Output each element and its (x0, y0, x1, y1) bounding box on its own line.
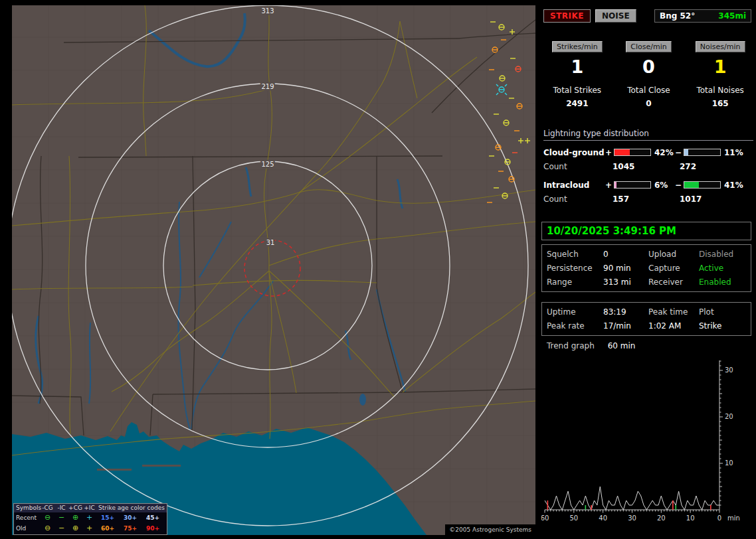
svg-text:10: 10 (725, 459, 733, 467)
range-value: 313 mi (603, 277, 648, 287)
control-panel: STRIKE NOISE Bng 52° 345mi Strikes/min 1… (541, 0, 756, 539)
plus-sign: + (605, 148, 613, 157)
total-strikes-label: Total Strikes (541, 86, 613, 95)
minus-sign: − (674, 148, 682, 157)
trend-graph-value: 60 min (608, 341, 636, 350)
cloud-ground-label: Cloud-ground (543, 148, 605, 157)
rate-counters: Strikes/min 1 Total Strikes 2491 Close/m… (541, 41, 756, 108)
legend-row-label: Old (14, 525, 41, 532)
svg-text:min: min (727, 514, 740, 522)
legend-symbols-title: Symbols (14, 504, 41, 512)
ic-positive-count: 157 (613, 194, 680, 204)
upload-status: Disabled (699, 250, 746, 259)
svg-text:10: 10 (686, 514, 695, 522)
legend-row: Recent⊖−⊕+15+30+45+ (14, 512, 167, 523)
close-per-min-value: 0 (613, 57, 685, 77)
total-noises-value: 165 (684, 99, 756, 108)
legend-col-neg-cg: -CG (41, 504, 54, 512)
persistence-label: Persistence (547, 264, 603, 273)
receiver-label: Receiver (648, 277, 699, 287)
uptime-label: Uptime (547, 307, 603, 317)
cg-negative-count: 272 (680, 162, 696, 172)
strike-type-icon: − (54, 524, 68, 533)
barrier-island (97, 469, 132, 471)
close-column: Close/min 0 Total Close 0 (613, 41, 685, 108)
cg-negative-fill (684, 149, 688, 155)
age-code: 45+ (142, 514, 164, 521)
cloud-ground-row: Cloud-ground + 42% − 11% (543, 147, 753, 157)
legend-rows: Recent⊖−⊕+15+30+45+Old⊖−⊕+60+75+90+ (14, 512, 167, 534)
trend-graph-row: Trend graph 60 min (547, 341, 635, 350)
bearing-readout: Bng 52° 345mi (654, 9, 751, 23)
total-close-label: Total Close (613, 86, 685, 95)
receiver-status: Enabled (699, 277, 746, 287)
count-label: Count (543, 194, 613, 204)
strike-type-icon: ⊕ (68, 513, 82, 522)
total-strikes-value: 2491 (541, 99, 613, 108)
strike-type-icon: − (54, 513, 68, 522)
noise-button[interactable]: NOISE (595, 9, 636, 23)
strike-button[interactable]: STRIKE (543, 9, 591, 23)
bearing-label: Bng 52° (660, 11, 695, 21)
strike-type-icon: + (82, 513, 96, 522)
range-ring-label: 313 (261, 7, 274, 15)
map-legend: Symbols -CG -IC +CG +IC Strike age color… (13, 503, 167, 535)
barrier-island (142, 465, 181, 467)
copyright-notice: ©2005 Astrogenic Systems (445, 524, 535, 535)
distribution-title: Lightning type distribution (543, 129, 753, 141)
total-close-value: 0 (613, 99, 685, 108)
cg-negative-bar (684, 149, 721, 156)
svg-text:20: 20 (657, 514, 666, 522)
legend-col-neg-ic: -IC (54, 504, 68, 512)
datetime-display: 10/20/2025 3:49:16 PM (541, 222, 751, 240)
peak-time-value: 1:02 AM (648, 321, 699, 331)
ic-negative-count: 1017 (680, 194, 702, 204)
lake (359, 394, 366, 406)
peak-time-label: Peak time (648, 307, 699, 317)
cg-positive-fill (614, 149, 630, 155)
strike-type-icon: ⊖ (41, 524, 54, 533)
capture-label: Capture (648, 264, 699, 273)
legend-row-label: Recent (14, 514, 41, 521)
ic-negative-bar (684, 181, 721, 189)
uptime-value: 83:19 (603, 307, 648, 317)
legend-header: Symbols -CG -IC +CG +IC Strike age color… (14, 504, 167, 512)
age-code: 15+ (96, 514, 119, 521)
plot-value: Strike (699, 321, 746, 331)
lightning-map[interactable]: 31321912531 (12, 5, 535, 535)
trend-graph: 1020306050403020100min (541, 354, 751, 537)
range-ring-label: 219 (261, 83, 274, 90)
mode-row: STRIKE NOISE Bng 52° 345mi (543, 9, 751, 23)
age-code: 30+ (119, 514, 142, 521)
minus-sign: − (674, 181, 682, 190)
upload-label: Upload (648, 250, 699, 259)
total-noises-label: Total Noises (684, 86, 756, 95)
ic-negative-fill (684, 182, 699, 188)
age-code: 75+ (119, 525, 142, 532)
squelch-label: Squelch (547, 250, 603, 259)
ic-positive-pct: 6% (652, 181, 674, 190)
ic-positive-bar (614, 181, 651, 189)
intracloud-counts: Count 157 1017 (543, 194, 753, 204)
range-label: Range (547, 277, 603, 287)
peak-rate-value: 17/min (603, 321, 648, 331)
ic-positive-fill (614, 182, 616, 188)
trend-graph-label: Trend graph (547, 341, 595, 350)
map-view[interactable]: 31321912531 Symbols -CG -IC +CG +IC Stri… (12, 5, 535, 535)
intracloud-label: Intracloud (543, 181, 605, 190)
cg-positive-count: 1045 (613, 162, 680, 172)
persistence-value: 90 min (603, 264, 648, 273)
svg-text:50: 50 (569, 514, 578, 522)
noises-per-min-chip: Noises/min (696, 41, 745, 52)
strikes-column: Strikes/min 1 Total Strikes 2491 (541, 41, 613, 108)
bearing-range: 345mi (718, 11, 746, 21)
strikes-per-min-chip: Strikes/min (552, 41, 603, 52)
intracloud-row: Intracloud + 6% − 41% (543, 180, 753, 190)
noises-per-min-value: 1 (684, 57, 756, 77)
age-code: 90+ (142, 525, 164, 532)
strike-type-icon: ⊕ (68, 524, 82, 533)
cloud-ground-counts: Count 1045 272 (543, 162, 753, 172)
svg-text:30: 30 (725, 366, 733, 374)
noises-column: Noises/min 1 Total Noises 165 (684, 41, 756, 108)
peak-rate-label: Peak rate (547, 321, 603, 331)
